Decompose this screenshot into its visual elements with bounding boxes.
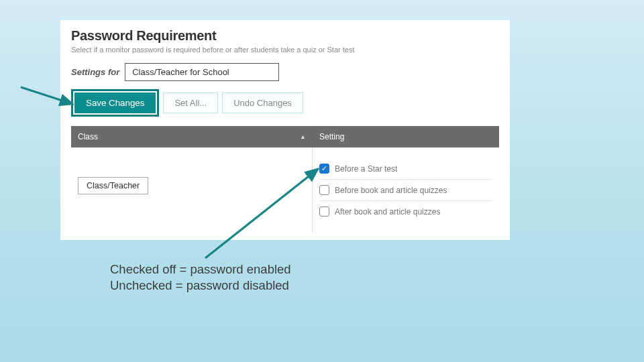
settings-for-label: Settings for [71,67,119,77]
caption-line-2: Unchecked = password disabled [110,278,291,294]
option-before-star-label: Before a Star test [335,164,397,174]
class-teacher-label: Class/Teacher [78,177,148,194]
settings-for-row: Settings for Class/Teacher for School [71,63,499,81]
table-body: Class/Teacher ✓ Before a Star test Befor… [71,147,499,233]
highlight-save: Save Changes [71,89,159,117]
option-after-quizzes: After book and article quizzes [319,200,492,221]
button-row: Save Changes Set All... Undo Changes [71,89,499,117]
settings-panel: Password Requirement Select if a monitor… [60,20,510,240]
save-changes-button[interactable]: Save Changes [74,93,156,113]
option-before-quizzes: Before book and article quizzes [319,179,492,199]
option-after-quizzes-label: After book and article quizzes [335,207,440,217]
set-all-button[interactable]: Set All... [163,93,218,113]
sort-ascending-icon: ▲ [300,133,306,140]
page-subtitle: Select if a monitor password is required… [71,46,499,54]
option-before-star: ✓ Before a Star test [319,160,492,178]
option-before-quizzes-label: Before book and article quizzes [335,186,447,195]
checkbox-before-star[interactable]: ✓ [319,164,329,174]
checkbox-before-quizzes[interactable] [319,185,329,195]
caption-line-1: Checked off = password enabled [110,261,291,278]
column-header-class-label: Class [78,132,98,141]
column-header-class[interactable]: Class ▲ [71,126,313,147]
cell-setting: ✓ Before a Star test Before book and art… [313,147,499,233]
annotation-caption: Checked off = password enabled Unchecked… [110,261,291,294]
cell-class: Class/Teacher [71,147,313,233]
checkbox-after-quizzes[interactable] [319,206,329,217]
table-header: Class ▲ Setting [71,126,499,147]
column-header-setting: Setting [313,126,499,147]
page-title: Password Requirement [71,28,499,44]
settings-for-select[interactable]: Class/Teacher for School [125,63,279,81]
undo-changes-button[interactable]: Undo Changes [222,93,303,113]
